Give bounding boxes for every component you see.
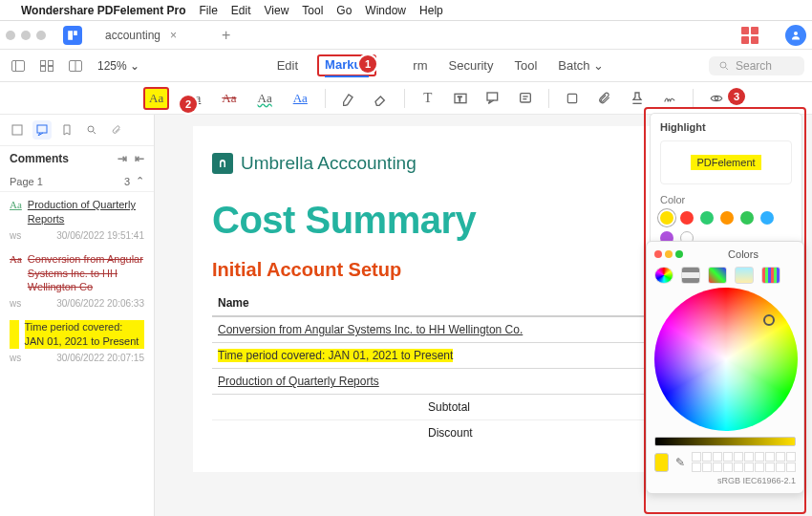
- menu-view[interactable]: View: [265, 4, 289, 17]
- swatch-green[interactable]: [740, 211, 754, 225]
- svg-rect-3: [41, 60, 46, 65]
- picker-traffic-lights[interactable]: [654, 247, 686, 261]
- sidebar-tabs: [0, 115, 154, 146]
- textbox-tool[interactable]: T: [451, 89, 470, 108]
- picker-sliders-tab[interactable]: [681, 267, 700, 284]
- picker-image-tab[interactable]: [735, 267, 754, 284]
- zoom-window-icon[interactable]: [36, 31, 46, 40]
- apps-grid-icon[interactable]: [741, 27, 759, 44]
- eraser-tool[interactable]: [372, 89, 391, 108]
- tab-security[interactable]: Security: [447, 54, 496, 76]
- comments-panel-icon[interactable]: [32, 120, 52, 140]
- document-tab[interactable]: accounting ×: [94, 26, 208, 45]
- highlight-icon: [10, 320, 19, 349]
- zoom-value: 125%: [97, 59, 127, 73]
- strikethrough-tool[interactable]: Aa: [218, 89, 240, 108]
- swatch-orange[interactable]: [720, 211, 734, 225]
- page-group[interactable]: Page 1 3 ⌃: [0, 171, 154, 192]
- reading-mode-icon[interactable]: [65, 55, 86, 76]
- thumbnails-panel-icon[interactable]: [8, 120, 27, 140]
- picker-pencils-tab[interactable]: [761, 267, 780, 284]
- menu-go[interactable]: Go: [336, 4, 352, 17]
- note-tool[interactable]: [516, 89, 535, 108]
- menu-window[interactable]: Window: [365, 4, 406, 17]
- swatch-blue[interactable]: [760, 211, 774, 225]
- menu-edit[interactable]: Edit: [231, 4, 251, 17]
- swatch-teal[interactable]: [700, 211, 714, 225]
- tab-form[interactable]: rm: [411, 54, 429, 76]
- saved-colors-grid[interactable]: [692, 452, 796, 472]
- col-name: Name: [218, 296, 249, 310]
- tab-batch[interactable]: Batch ⌄: [556, 54, 606, 76]
- current-color-swatch[interactable]: [654, 453, 669, 472]
- eyedropper-icon[interactable]: ✎: [674, 456, 686, 469]
- markup-subtoolbar: Aa Aa Aa Aa Aa T T: [0, 82, 812, 115]
- separator: [404, 89, 405, 108]
- caret-tool[interactable]: Aa: [289, 89, 311, 108]
- separator: [693, 89, 694, 108]
- bookmarks-panel-icon[interactable]: [57, 120, 76, 140]
- user-avatar[interactable]: [785, 25, 806, 46]
- sidebar-toggle-icon[interactable]: [8, 55, 29, 76]
- minimize-window-icon[interactable]: [21, 31, 31, 40]
- color-picker-window[interactable]: Colors ✎ sRGB IEC61966-2.1: [646, 241, 804, 494]
- comment-user: ws: [10, 230, 21, 241]
- new-tab-button[interactable]: +: [214, 27, 238, 44]
- comment-timestamp: 30/06/2022 19:51:41: [56, 230, 144, 241]
- callout-badge-2: 2: [180, 96, 197, 113]
- highlight-sample-text: PDFelement: [691, 155, 760, 170]
- menu-tool[interactable]: Tool: [302, 4, 323, 17]
- swatch-yellow[interactable]: [660, 211, 673, 225]
- import-comments-icon[interactable]: ⇥: [118, 152, 127, 165]
- search-input[interactable]: Search: [709, 56, 804, 75]
- table-row: Time period covered: JAN 01, 2021 to Pre…: [212, 343, 709, 369]
- color-wheel[interactable]: [654, 288, 798, 431]
- menu-help[interactable]: Help: [419, 4, 443, 17]
- brightness-slider[interactable]: [654, 437, 796, 446]
- swatch-red[interactable]: [680, 211, 694, 225]
- discount-row: Discount $0.0: [212, 419, 709, 445]
- callout-tool[interactable]: [483, 89, 502, 108]
- color-swatches: [660, 211, 792, 245]
- comment-item[interactable]: Aa Conversion from Angular Systems Inc. …: [0, 247, 154, 297]
- signature-tool[interactable]: [660, 89, 679, 108]
- close-window-icon[interactable]: [6, 31, 15, 40]
- tab-edit[interactable]: Edit: [275, 54, 300, 76]
- search-panel-icon[interactable]: [82, 120, 101, 140]
- text-tool[interactable]: T: [418, 89, 438, 108]
- chevron-down-icon: ⌄: [593, 58, 604, 73]
- area-highlight-tool[interactable]: [339, 89, 358, 108]
- attachments-panel-icon[interactable]: [107, 120, 126, 140]
- picker-palettes-tab[interactable]: [708, 267, 727, 284]
- highlight-tool[interactable]: Aa: [143, 87, 169, 110]
- strikethrough-icon: Aa: [10, 252, 22, 295]
- svg-rect-20: [12, 125, 22, 135]
- shapes-tool[interactable]: [563, 89, 582, 108]
- comment-user: ws: [10, 298, 21, 309]
- table-header: Name Pri: [212, 292, 709, 317]
- show-comments-icon[interactable]: [707, 89, 726, 108]
- close-tab-icon[interactable]: ×: [170, 29, 177, 42]
- export-comments-icon[interactable]: ⇤: [135, 152, 144, 165]
- comment-item[interactable]: Time period covered: JAN 01, 2021 to Pre…: [0, 314, 154, 351]
- picker-wheel-tab[interactable]: [654, 267, 673, 284]
- row-desc: Conversion from Angular Systems Inc. to …: [218, 323, 523, 336]
- stamp-tool[interactable]: [628, 89, 647, 108]
- comment-item[interactable]: Aa Production of Quarterly Reports: [0, 192, 154, 228]
- callout-badge-3: 3: [728, 88, 745, 105]
- svg-rect-14: [521, 93, 531, 101]
- squiggly-tool[interactable]: Aa: [254, 89, 276, 108]
- subtotal-label: Subtotal: [428, 400, 470, 414]
- callout-badge-1: 1: [359, 55, 376, 73]
- menu-file[interactable]: File: [200, 4, 218, 17]
- comment-meta: ws 30/06/2022 20:07:15: [0, 351, 154, 369]
- color-wheel-handle[interactable]: [763, 314, 775, 326]
- traffic-lights[interactable]: [6, 31, 46, 40]
- svg-point-19: [715, 97, 718, 100]
- row-desc: Time period covered: JAN 01, 2021 to Pre…: [218, 349, 453, 362]
- tab-tool[interactable]: Tool: [512, 54, 539, 76]
- zoom-dropdown[interactable]: 125% ⌄: [94, 59, 143, 73]
- thumbnails-icon[interactable]: [36, 55, 57, 76]
- attachment-tool[interactable]: [595, 89, 614, 108]
- svg-rect-4: [49, 60, 53, 65]
